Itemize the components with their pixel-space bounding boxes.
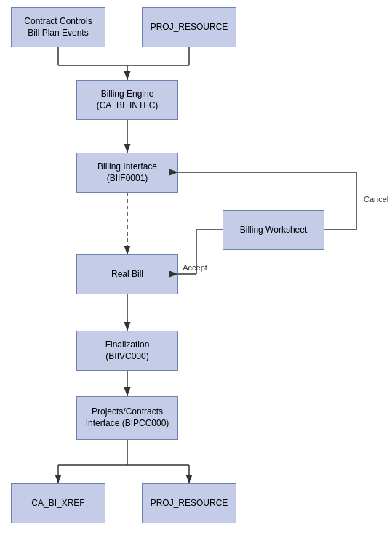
box-proj-resource-bottom: PROJ_RESOURCE bbox=[142, 483, 236, 523]
box-proj-resource-top: PROJ_RESOURCE bbox=[142, 7, 236, 47]
box-billing-worksheet: Billing Worksheet bbox=[223, 210, 324, 250]
arrows-svg: Accept Cancel bbox=[0, 0, 392, 543]
box-projects-contracts: Projects/Contracts Interface (BIPCC000) bbox=[76, 396, 178, 440]
box-finalization: Finalization (BIIVC000) bbox=[76, 331, 178, 371]
diagram: Contract Controls Bill Plan Events PROJ_… bbox=[0, 0, 392, 543]
svg-text:Cancel: Cancel bbox=[364, 195, 388, 204]
box-ca-bi-xref: CA_BI_XREF bbox=[11, 483, 105, 523]
svg-text:Accept: Accept bbox=[183, 263, 207, 272]
box-contract-controls: Contract Controls Bill Plan Events bbox=[11, 7, 105, 47]
box-billing-interface: Billing Interface (BIIF0001) bbox=[76, 153, 178, 193]
box-real-bill: Real Bill bbox=[76, 254, 178, 294]
box-billing-engine: Billing Engine (CA_BI_INTFC) bbox=[76, 80, 178, 120]
